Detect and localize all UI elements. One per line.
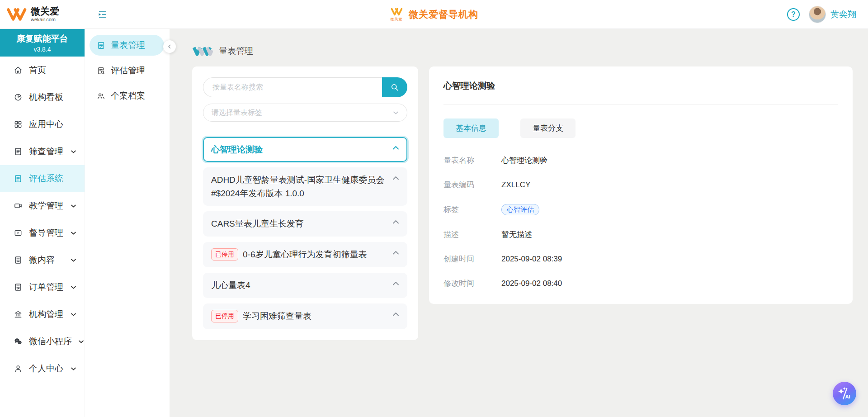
list-doc-icon xyxy=(14,174,23,183)
scale-item[interactable]: CARS量表儿童生长发育 xyxy=(203,211,407,236)
brand-domain: wekair.com xyxy=(31,17,59,23)
app-logo: 微关爱 wekair.com xyxy=(0,6,85,23)
brand-name: 微关爱 xyxy=(31,6,59,16)
people-icon xyxy=(97,92,105,100)
bank-icon xyxy=(14,310,23,319)
subsidebar-item-case-files[interactable]: 个案档案 xyxy=(90,85,164,106)
scale-item[interactable]: 已停用0-6岁儿童心理行为发育初筛量表 xyxy=(203,242,407,268)
org-title: 微关爱督导机构 xyxy=(409,8,478,21)
sidebar-item-assessment[interactable]: 评估系统 xyxy=(0,165,85,192)
chevron-up-icon xyxy=(392,220,399,224)
scale-item[interactable]: 心智理论测验 xyxy=(203,137,407,162)
panel-collapse-button[interactable] xyxy=(163,40,176,53)
search-button[interactable] xyxy=(382,77,407,97)
scale-list-panel: 请选择量表标签 心智理论测验 ADHD儿童智龄量表测试-国家卫生健康委员会#$2… xyxy=(192,66,418,340)
sidebar-item-supervision[interactable]: 督导管理 xyxy=(0,219,85,246)
subsidebar-item-scale-management[interactable]: 量表管理 xyxy=(90,35,164,56)
home-icon xyxy=(14,66,23,75)
tab-scale-branches[interactable]: 量表分支 xyxy=(520,118,576,138)
sidebar-item-orders[interactable]: 订单管理 xyxy=(0,274,85,301)
subsidebar-item-assessment-management[interactable]: 评估管理 xyxy=(90,60,164,81)
tab-basic-info[interactable]: 基本信息 xyxy=(443,118,499,138)
field-modified-time: 修改时间 2025-09-02 08:40 xyxy=(443,278,838,289)
sidebar-item-personal-center[interactable]: 个人中心 xyxy=(0,355,85,382)
platform-banner: 康复赋能平台 v3.8.4 xyxy=(0,29,85,57)
org-brand: 微关爱 微关爱督导机构 xyxy=(390,7,478,22)
apps-grid-icon xyxy=(14,120,23,129)
wechat-icon xyxy=(14,337,23,346)
ai-assistant-button[interactable]: AI xyxy=(833,382,856,405)
play-square-icon xyxy=(14,228,23,237)
sidebar-item-home[interactable]: 首页 xyxy=(0,57,85,84)
field-scale-code: 量表编码 ZXLLCY xyxy=(443,180,838,190)
sidebar-item-app-center[interactable]: 应用中心 xyxy=(0,111,85,138)
breadcrumb: 量表管理 xyxy=(192,45,853,57)
chevron-down-icon xyxy=(71,204,76,208)
chevron-down-icon xyxy=(71,313,76,317)
video-camera-icon xyxy=(14,201,23,210)
scale-item[interactable]: ADHD儿童智龄量表测试-国家卫生健康委员会#$2024年发布版本 1.0.0 xyxy=(203,167,407,206)
chevron-up-icon xyxy=(392,312,399,317)
field-scale-name: 量表名称 心智理论测验 xyxy=(443,155,838,166)
search-icon xyxy=(390,83,399,92)
chevron-down-icon xyxy=(71,231,76,235)
user-name: 黄奕翔 xyxy=(830,9,856,20)
help-icon[interactable]: ? xyxy=(787,8,800,21)
detail-tabs: 基本信息 量表分支 xyxy=(443,118,838,138)
search-input[interactable] xyxy=(203,77,382,97)
sidebar-item-wechat-miniapp[interactable]: 微信小程序 xyxy=(0,328,85,355)
chevron-left-icon xyxy=(167,44,172,49)
list-doc-icon xyxy=(14,147,23,156)
secondary-sidebar: 量表管理 评估管理 个案档案 xyxy=(85,29,170,417)
scale-list: 心智理论测验 ADHD儿童智龄量表测试-国家卫生健康委员会#$2024年发布版本… xyxy=(203,137,407,329)
field-description: 描述 暂无描述 xyxy=(443,229,838,240)
doc-lines-icon xyxy=(14,256,23,265)
chevron-up-icon xyxy=(392,176,399,180)
ai-sparkle-icon: AI xyxy=(836,385,853,402)
tag-select[interactable]: 请选择量表标签 xyxy=(203,104,407,122)
main-content: 量表管理 请选择量表标签 xyxy=(170,29,868,417)
chevron-down-icon xyxy=(393,111,399,115)
sidebar-item-teaching[interactable]: 教学管理 xyxy=(0,192,85,219)
wekair-mini-logo-icon: 微关爱 xyxy=(390,7,403,22)
chevron-up-icon xyxy=(392,281,399,286)
user-icon xyxy=(14,364,23,373)
menu-fold-icon[interactable] xyxy=(97,9,108,20)
tag-badge: 心智评估 xyxy=(501,204,539,215)
sidebar-item-micro-content[interactable]: 微内容 xyxy=(0,246,85,274)
disabled-badge: 已停用 xyxy=(211,310,238,322)
page-title: 量表管理 xyxy=(219,45,253,57)
sidebar-item-org-management[interactable]: 机构管理 xyxy=(0,301,85,328)
field-tags: 标签 心智评估 xyxy=(443,204,838,215)
sidebar-item-screening[interactable]: 筛查管理 xyxy=(0,138,85,165)
chevron-down-icon xyxy=(78,340,84,344)
detail-title: 心智理论测验 xyxy=(443,80,838,92)
user-menu[interactable]: 黄奕翔 xyxy=(809,6,856,23)
scale-item[interactable]: 已停用学习困难筛查量表 xyxy=(203,303,407,329)
user-avatar[interactable] xyxy=(809,6,826,23)
sidebar-item-org-dashboard[interactable]: 机构看板 xyxy=(0,84,85,111)
chevron-down-icon xyxy=(71,150,76,154)
chevron-down-icon xyxy=(71,367,76,371)
svg-text:AI: AI xyxy=(845,394,850,399)
detail-fields: 量表名称 心智理论测验 量表编码 ZXLLCY 标签 心智评估 描述 暂无描述 xyxy=(443,155,838,289)
wekair-logo-icon xyxy=(6,7,27,22)
divider xyxy=(443,104,838,105)
chevron-down-icon xyxy=(71,285,76,289)
scale-detail-panel: 心智理论测验 基本信息 量表分支 量表名称 心智理论测验 量表编码 ZXLLCY xyxy=(429,66,853,304)
scale-doc-icon xyxy=(97,41,105,50)
scale-item[interactable]: 儿心量表4 xyxy=(203,273,407,298)
doc-lines-icon xyxy=(14,283,23,292)
chevron-down-icon xyxy=(71,258,76,262)
disabled-badge: 已停用 xyxy=(211,248,238,261)
chevron-up-icon xyxy=(392,146,399,150)
page-title-logo-icon xyxy=(192,46,213,57)
doc-search-icon xyxy=(97,66,105,75)
field-created-time: 创建时间 2025-09-02 08:39 xyxy=(443,254,838,264)
pie-chart-icon xyxy=(14,93,23,102)
top-header: 微关爱 wekair.com 微关爱 微关爱督导机构 ? 黄奕翔 xyxy=(0,0,868,29)
chevron-up-icon xyxy=(392,251,399,255)
primary-sidebar: 康复赋能平台 v3.8.4 首页 机构看板 xyxy=(0,29,85,417)
